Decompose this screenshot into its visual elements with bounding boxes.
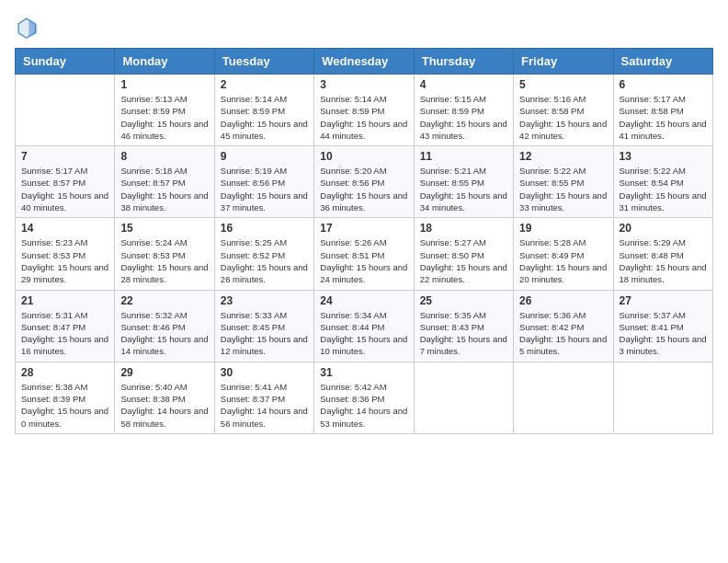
day-number: 31	[320, 366, 407, 379]
calendar-cell: 16Sunrise: 5:25 AMSunset: 8:52 PMDayligh…	[214, 218, 313, 290]
day-info: Sunrise: 5:17 AMSunset: 8:57 PMDaylight:…	[21, 165, 108, 213]
day-info: Sunrise: 5:42 AMSunset: 8:36 PMDaylight:…	[320, 381, 407, 430]
day-info: Sunrise: 5:29 AMSunset: 8:48 PMDaylight:…	[620, 236, 707, 285]
day-info: Sunrise: 5:33 AMSunset: 8:45 PMDaylight:…	[221, 309, 308, 358]
day-number: 21	[21, 294, 108, 307]
day-number: 1	[120, 78, 208, 91]
calendar-cell: 12Sunrise: 5:22 AMSunset: 8:55 PMDayligh…	[514, 146, 613, 218]
calendar-cell	[514, 362, 613, 433]
weekday-header-thursday: Thursday	[414, 49, 513, 75]
calendar-cell: 18Sunrise: 5:27 AMSunset: 8:50 PMDayligh…	[414, 218, 513, 290]
day-info: Sunrise: 5:31 AMSunset: 8:47 PMDaylight:…	[21, 309, 108, 358]
day-number: 29	[120, 366, 208, 379]
calendar-cell: 3Sunrise: 5:14 AMSunset: 8:59 PMDaylight…	[314, 75, 414, 146]
day-number: 6	[620, 78, 707, 91]
day-number: 3	[320, 78, 407, 91]
day-number: 22	[120, 294, 208, 307]
day-number: 9	[221, 150, 308, 163]
day-info: Sunrise: 5:13 AMSunset: 8:59 PMDaylight:…	[120, 93, 208, 142]
calendar-cell: 20Sunrise: 5:29 AMSunset: 8:48 PMDayligh…	[613, 218, 712, 290]
day-number: 8	[120, 150, 208, 163]
day-number: 30	[221, 366, 308, 379]
weekday-header-tuesday: Tuesday	[214, 49, 313, 75]
day-info: Sunrise: 5:28 AMSunset: 8:49 PMDaylight:…	[519, 236, 607, 285]
day-info: Sunrise: 5:14 AMSunset: 8:59 PMDaylight:…	[221, 93, 308, 142]
calendar-cell: 30Sunrise: 5:41 AMSunset: 8:37 PMDayligh…	[214, 362, 313, 433]
day-number: 11	[420, 150, 507, 163]
day-info: Sunrise: 5:35 AMSunset: 8:43 PMDaylight:…	[420, 309, 507, 358]
day-number: 13	[620, 150, 707, 163]
calendar-cell: 17Sunrise: 5:26 AMSunset: 8:51 PMDayligh…	[314, 218, 414, 290]
day-info: Sunrise: 5:26 AMSunset: 8:51 PMDaylight:…	[320, 236, 407, 285]
day-number: 20	[620, 222, 707, 235]
calendar-cell: 27Sunrise: 5:37 AMSunset: 8:41 PMDayligh…	[613, 290, 712, 362]
calendar-cell: 15Sunrise: 5:24 AMSunset: 8:53 PMDayligh…	[115, 218, 214, 290]
calendar-cell: 19Sunrise: 5:28 AMSunset: 8:49 PMDayligh…	[514, 218, 613, 290]
calendar-cell: 26Sunrise: 5:36 AMSunset: 8:42 PMDayligh…	[514, 290, 613, 362]
calendar-cell: 6Sunrise: 5:17 AMSunset: 8:58 PMDaylight…	[613, 75, 712, 146]
calendar-cell: 2Sunrise: 5:14 AMSunset: 8:59 PMDaylight…	[214, 75, 313, 146]
day-info: Sunrise: 5:23 AMSunset: 8:53 PMDaylight:…	[21, 236, 108, 285]
day-number: 26	[519, 294, 607, 307]
day-number: 7	[21, 150, 108, 163]
calendar-cell	[414, 362, 513, 433]
weekday-header-row: SundayMondayTuesdayWednesdayThursdayFrid…	[16, 49, 713, 75]
day-number: 16	[221, 222, 308, 235]
day-info: Sunrise: 5:34 AMSunset: 8:44 PMDaylight:…	[320, 309, 407, 358]
page-header	[15, 15, 713, 40]
calendar-cell: 28Sunrise: 5:38 AMSunset: 8:39 PMDayligh…	[16, 362, 115, 433]
calendar-cell: 9Sunrise: 5:19 AMSunset: 8:56 PMDaylight…	[214, 146, 313, 218]
calendar-cell	[613, 362, 712, 433]
day-number: 17	[320, 222, 407, 235]
day-info: Sunrise: 5:22 AMSunset: 8:54 PMDaylight:…	[620, 165, 707, 213]
weekday-header-sunday: Sunday	[16, 49, 115, 75]
day-info: Sunrise: 5:40 AMSunset: 8:38 PMDaylight:…	[120, 381, 208, 430]
logo-icon	[15, 15, 40, 40]
calendar-week-row: 1Sunrise: 5:13 AMSunset: 8:59 PMDaylight…	[16, 75, 713, 146]
day-info: Sunrise: 5:36 AMSunset: 8:42 PMDaylight:…	[519, 309, 607, 358]
calendar-cell: 1Sunrise: 5:13 AMSunset: 8:59 PMDaylight…	[115, 75, 214, 146]
day-info: Sunrise: 5:27 AMSunset: 8:50 PMDaylight:…	[420, 236, 507, 285]
calendar-cell: 5Sunrise: 5:16 AMSunset: 8:58 PMDaylight…	[514, 75, 613, 146]
day-number: 14	[21, 222, 108, 235]
day-number: 5	[519, 78, 607, 91]
calendar-table: SundayMondayTuesdayWednesdayThursdayFrid…	[15, 48, 713, 434]
logo	[15, 15, 44, 40]
weekday-header-wednesday: Wednesday	[314, 49, 414, 75]
calendar-cell: 23Sunrise: 5:33 AMSunset: 8:45 PMDayligh…	[214, 290, 313, 362]
day-number: 10	[320, 150, 407, 163]
calendar-cell: 4Sunrise: 5:15 AMSunset: 8:59 PMDaylight…	[414, 75, 513, 146]
calendar-cell: 10Sunrise: 5:20 AMSunset: 8:56 PMDayligh…	[314, 146, 414, 218]
calendar-cell	[16, 75, 115, 146]
calendar-cell: 8Sunrise: 5:18 AMSunset: 8:57 PMDaylight…	[115, 146, 214, 218]
calendar-cell: 11Sunrise: 5:21 AMSunset: 8:55 PMDayligh…	[414, 146, 513, 218]
day-info: Sunrise: 5:21 AMSunset: 8:55 PMDaylight:…	[420, 165, 507, 213]
calendar-week-row: 7Sunrise: 5:17 AMSunset: 8:57 PMDaylight…	[16, 146, 713, 218]
day-info: Sunrise: 5:38 AMSunset: 8:39 PMDaylight:…	[21, 381, 108, 430]
day-info: Sunrise: 5:18 AMSunset: 8:57 PMDaylight:…	[120, 165, 208, 213]
day-number: 23	[221, 294, 308, 307]
day-number: 27	[620, 294, 707, 307]
day-number: 15	[120, 222, 208, 235]
day-info: Sunrise: 5:32 AMSunset: 8:46 PMDaylight:…	[120, 309, 208, 358]
day-info: Sunrise: 5:14 AMSunset: 8:59 PMDaylight:…	[320, 93, 407, 142]
weekday-header-friday: Friday	[514, 49, 613, 75]
day-info: Sunrise: 5:24 AMSunset: 8:53 PMDaylight:…	[120, 236, 208, 285]
calendar-cell: 22Sunrise: 5:32 AMSunset: 8:46 PMDayligh…	[115, 290, 214, 362]
day-number: 28	[21, 366, 108, 379]
calendar-week-row: 21Sunrise: 5:31 AMSunset: 8:47 PMDayligh…	[16, 290, 713, 362]
calendar-cell: 21Sunrise: 5:31 AMSunset: 8:47 PMDayligh…	[16, 290, 115, 362]
day-number: 12	[519, 150, 607, 163]
calendar-cell: 24Sunrise: 5:34 AMSunset: 8:44 PMDayligh…	[314, 290, 414, 362]
day-info: Sunrise: 5:41 AMSunset: 8:37 PMDaylight:…	[221, 381, 308, 430]
calendar-week-row: 14Sunrise: 5:23 AMSunset: 8:53 PMDayligh…	[16, 218, 713, 290]
calendar-cell: 31Sunrise: 5:42 AMSunset: 8:36 PMDayligh…	[314, 362, 414, 433]
calendar-cell: 14Sunrise: 5:23 AMSunset: 8:53 PMDayligh…	[16, 218, 115, 290]
calendar-cell: 13Sunrise: 5:22 AMSunset: 8:54 PMDayligh…	[613, 146, 712, 218]
calendar-cell: 25Sunrise: 5:35 AMSunset: 8:43 PMDayligh…	[414, 290, 513, 362]
day-number: 19	[519, 222, 607, 235]
calendar-cell: 29Sunrise: 5:40 AMSunset: 8:38 PMDayligh…	[115, 362, 214, 433]
day-info: Sunrise: 5:37 AMSunset: 8:41 PMDaylight:…	[620, 309, 707, 358]
day-number: 24	[320, 294, 407, 307]
calendar-cell: 7Sunrise: 5:17 AMSunset: 8:57 PMDaylight…	[16, 146, 115, 218]
